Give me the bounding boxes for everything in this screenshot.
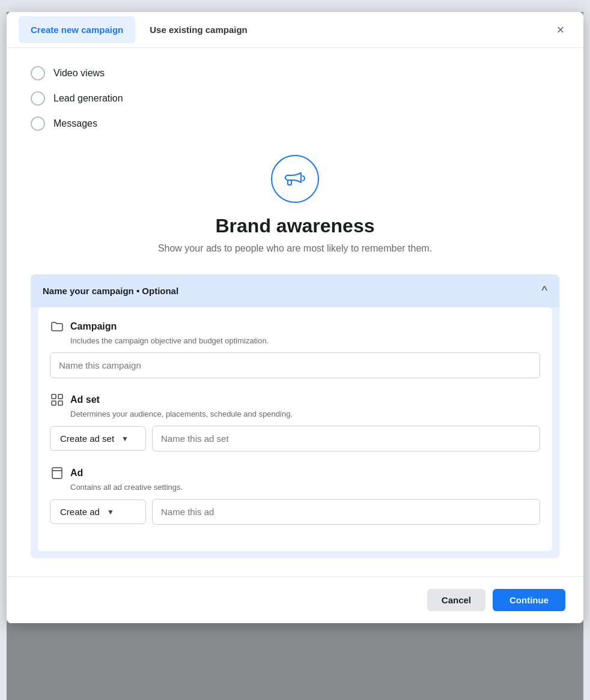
adset-dropdown-arrow: ▼ xyxy=(121,435,129,443)
create-new-campaign-tab[interactable]: Create new campaign xyxy=(19,16,135,43)
campaign-title: Campaign xyxy=(70,321,117,332)
adset-dropdown[interactable]: Create ad set ▼ xyxy=(50,426,146,451)
ad-dropdown[interactable]: Create ad ▼ xyxy=(50,499,146,524)
close-button[interactable]: × xyxy=(550,19,571,41)
ad-row: Create ad ▼ xyxy=(50,499,540,525)
naming-section: Name your campaign • Optional ^ Campaign… xyxy=(31,274,559,558)
radio-item-video-views[interactable]: Video views xyxy=(31,66,559,80)
ad-icon xyxy=(50,466,64,480)
radio-item-lead-generation[interactable]: Lead generation xyxy=(31,91,559,106)
objective-icon-circle xyxy=(271,155,319,203)
campaign-name-input[interactable] xyxy=(50,352,540,378)
adset-block: Ad set Determines your audience, placeme… xyxy=(50,393,540,451)
ad-block: Ad Contains all ad creative settings. Cr… xyxy=(50,466,540,525)
objective-description: Show your ads to people who are most lik… xyxy=(158,243,432,254)
grid-icon xyxy=(50,393,64,407)
ad-dropdown-label: Create ad xyxy=(60,507,100,517)
svg-rect-4 xyxy=(52,468,62,478)
adset-dropdown-label: Create ad set xyxy=(60,433,114,444)
radio-circle-video-views xyxy=(31,66,45,80)
naming-header-title: Name your campaign • Optional xyxy=(43,286,178,296)
ad-description: Contains all ad creative settings. xyxy=(70,483,540,492)
continue-button[interactable]: Continue xyxy=(493,589,565,611)
naming-section-header[interactable]: Name your campaign • Optional ^ xyxy=(31,274,559,307)
svg-rect-1 xyxy=(58,394,62,399)
cancel-button[interactable]: Cancel xyxy=(427,589,485,611)
ad-dropdown-arrow: ▼ xyxy=(107,508,114,516)
ad-title: Ad xyxy=(70,468,83,478)
radio-circle-messages xyxy=(31,116,45,131)
objective-radio-group: Video views Lead generation Messages xyxy=(31,48,559,137)
adset-description: Determines your audience, placements, sc… xyxy=(70,409,540,418)
radio-label-lead-generation: Lead generation xyxy=(53,93,123,104)
svg-rect-2 xyxy=(52,401,56,405)
use-existing-campaign-tab[interactable]: Use existing campaign xyxy=(138,16,260,43)
modal-footer: Cancel Continue xyxy=(7,576,583,623)
selected-objective-section: Brand awareness Show your ads to people … xyxy=(31,137,559,260)
adset-name-input[interactable] xyxy=(152,426,540,451)
radio-circle-lead-generation xyxy=(31,91,45,106)
naming-section-body: Campaign Includes the campaign objective… xyxy=(38,307,552,551)
campaign-description: Includes the campaign objective and budg… xyxy=(70,336,540,345)
svg-rect-3 xyxy=(58,401,62,405)
megaphone-icon xyxy=(283,167,307,191)
campaign-modal: Create new campaign Use existing campaig… xyxy=(7,12,583,623)
modal-header: Create new campaign Use existing campaig… xyxy=(7,12,583,48)
svg-rect-0 xyxy=(52,394,56,399)
modal-overlay: Create new campaign Use existing campaig… xyxy=(7,12,583,700)
modal-body: Video views Lead generation Messages xyxy=(7,48,583,576)
radio-label-video-views: Video views xyxy=(53,68,105,79)
objective-title: Brand awareness xyxy=(215,215,374,237)
ad-block-header: Ad xyxy=(50,466,540,480)
radio-item-messages[interactable]: Messages xyxy=(31,116,559,131)
folder-icon xyxy=(50,319,64,334)
campaign-block-header: Campaign xyxy=(50,319,540,334)
campaign-block: Campaign Includes the campaign objective… xyxy=(50,319,540,378)
adset-row: Create ad set ▼ xyxy=(50,426,540,451)
adset-title: Ad set xyxy=(70,394,100,405)
ad-name-input[interactable] xyxy=(152,499,540,525)
radio-label-messages: Messages xyxy=(53,118,97,129)
chevron-up-icon: ^ xyxy=(542,284,547,298)
adset-block-header: Ad set xyxy=(50,393,540,407)
